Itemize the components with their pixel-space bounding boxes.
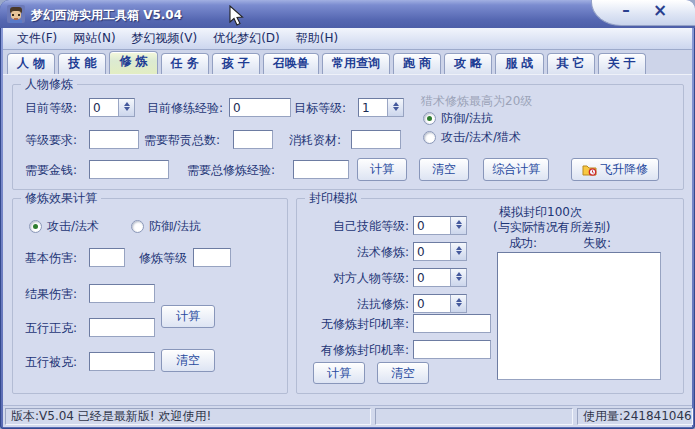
gang-points-input[interactable] bbox=[233, 130, 273, 149]
material-input[interactable] bbox=[351, 130, 401, 149]
title-bar[interactable]: 梦幻西游实用工具箱 V5.04 – × bbox=[0, 0, 695, 28]
sim-note: (与实际情况有所差别) bbox=[493, 220, 610, 234]
radio-effect-attack[interactable]: 攻击/法术 bbox=[29, 219, 99, 233]
magic-cultivation-label: 法术修炼: bbox=[301, 245, 409, 259]
no-cult-rate-label: 无修炼封印机率: bbox=[301, 317, 409, 331]
tab-strip: 人 物 技 能 修 炼 任 务 孩 子 召唤兽 常用查询 跑 商 攻 略 服 战… bbox=[3, 50, 692, 74]
sim-title: 模拟封印100次 bbox=[499, 205, 582, 219]
target-level-value: 1 bbox=[359, 99, 387, 116]
mouse-cursor bbox=[229, 5, 246, 29]
radio-defense-resist-label: 防御/法抗 bbox=[441, 111, 493, 125]
opponent-level-value: 0 bbox=[414, 269, 450, 286]
status-usage-panel: 使用量:241841046 bbox=[577, 408, 693, 425]
hunting-cultivation-hint: 猎术修炼最高为20级 bbox=[421, 94, 532, 108]
base-damage-input[interactable] bbox=[89, 248, 125, 267]
simulation-result-listbox[interactable] bbox=[497, 252, 661, 380]
tab-strategy[interactable]: 攻 略 bbox=[444, 53, 492, 74]
self-skill-spinner[interactable]: 0 bbox=[413, 216, 467, 235]
menu-item-optimize[interactable]: 优化梦幻(D) bbox=[205, 28, 288, 49]
close-button[interactable]: × bbox=[648, 1, 672, 21]
spinner-updown-icon[interactable] bbox=[118, 99, 134, 116]
spinner-updown-icon[interactable] bbox=[450, 269, 466, 286]
tab-skill[interactable]: 技 能 bbox=[58, 53, 106, 74]
combo-calc-button[interactable]: 综合计算 bbox=[483, 158, 549, 181]
effect-clear-button[interactable]: 清空 bbox=[161, 349, 215, 372]
tab-character[interactable]: 人 物 bbox=[7, 53, 55, 74]
current-exp-input[interactable] bbox=[229, 98, 291, 117]
tab-other[interactable]: 其 它 bbox=[547, 53, 595, 74]
group-effect-calc: 修炼效果计算 攻击/法术 防御/法抗 基本伤害: 修炼等级 结果伤害: 五行正克… bbox=[12, 198, 288, 394]
wuxing-weak-input[interactable] bbox=[89, 352, 155, 371]
cultivation-clear-button[interactable]: 清空 bbox=[419, 158, 469, 181]
radio-defense-resist-icon bbox=[423, 112, 436, 125]
tab-quest[interactable]: 任 务 bbox=[161, 53, 209, 74]
cultivation-level-input[interactable] bbox=[193, 248, 231, 267]
radio-effect-attack-label: 攻击/法术 bbox=[47, 219, 99, 233]
current-exp-label: 目前修练经验: bbox=[147, 101, 223, 115]
resist-cultivation-label: 法抗修炼: bbox=[301, 297, 409, 311]
ascend-reduce-label: 飞升降修 bbox=[600, 161, 648, 178]
current-level-spinner[interactable]: 0 bbox=[89, 98, 135, 117]
seal-clear-button[interactable]: 清空 bbox=[377, 362, 429, 384]
tab-cultivation[interactable]: 修 炼 bbox=[109, 51, 157, 74]
window-frame: 梦幻西游实用工具箱 V5.04 – × 文件(F) 网站(N) 梦幻视频(V) … bbox=[0, 0, 695, 429]
total-exp-label: 需要总修炼经验: bbox=[187, 163, 275, 177]
level-req-input[interactable] bbox=[89, 130, 139, 149]
spinner-updown-icon[interactable] bbox=[387, 99, 403, 116]
total-exp-input[interactable] bbox=[293, 160, 349, 179]
radio-effect-attack-icon bbox=[29, 220, 42, 233]
radio-attack-magic-hunt-label: 攻击/法术/猎术 bbox=[441, 130, 521, 144]
money-label: 需要金钱: bbox=[25, 163, 77, 177]
radio-attack-magic-hunt[interactable]: 攻击/法术/猎术 bbox=[423, 130, 521, 144]
effect-calc-button[interactable]: 计算 bbox=[161, 305, 215, 328]
status-bar: 版本:V5.04 已经是最新版! 欢迎使用! 使用量:241841046 bbox=[3, 405, 692, 427]
no-cult-rate-input[interactable] bbox=[413, 314, 491, 333]
tab-pet[interactable]: 召唤兽 bbox=[263, 53, 319, 74]
menu-item-help[interactable]: 帮助(H) bbox=[288, 28, 346, 49]
status-empty-panel bbox=[375, 408, 573, 425]
menu-item-video[interactable]: 梦幻视频(V) bbox=[124, 28, 206, 49]
radio-effect-defense-icon bbox=[131, 220, 144, 233]
success-label: 成功: bbox=[509, 236, 537, 250]
seal-calc-button[interactable]: 计算 bbox=[313, 362, 365, 384]
menu-item-file[interactable]: 文件(F) bbox=[9, 28, 65, 49]
magic-cultivation-value: 0 bbox=[414, 243, 450, 260]
group-character-cultivation: 人物修炼 目前等级: 0 目前修练经验: 目标等级: 1 猎术修炼最高为20级 … bbox=[12, 84, 684, 190]
cultivation-calc-button[interactable]: 计算 bbox=[357, 158, 407, 181]
with-cult-rate-input[interactable] bbox=[413, 340, 491, 359]
tab-common-query[interactable]: 常用查询 bbox=[322, 53, 390, 74]
tab-child[interactable]: 孩 子 bbox=[212, 53, 260, 74]
menu-item-website[interactable]: 网站(N) bbox=[65, 28, 123, 49]
opponent-level-spinner[interactable]: 0 bbox=[413, 268, 467, 287]
target-level-label: 目标等级: bbox=[294, 101, 346, 115]
radio-attack-magic-hunt-icon bbox=[423, 131, 436, 144]
magic-cultivation-spinner[interactable]: 0 bbox=[413, 242, 467, 261]
spinner-updown-icon[interactable] bbox=[450, 217, 466, 234]
with-cult-rate-label: 有修炼封印机率: bbox=[301, 343, 409, 357]
tab-about[interactable]: 关 于 bbox=[598, 53, 646, 74]
minimize-button[interactable]: – bbox=[614, 1, 638, 21]
radio-effect-defense[interactable]: 防御/法抗 bbox=[131, 219, 201, 233]
result-damage-input[interactable] bbox=[89, 284, 155, 303]
usage-text: 使用量:241841046 bbox=[583, 409, 692, 423]
opponent-level-label: 对方人物等级: bbox=[301, 271, 409, 285]
window-title: 梦幻西游实用工具箱 V5.04 bbox=[31, 7, 182, 24]
spinner-updown-icon[interactable] bbox=[450, 295, 466, 312]
level-req-label: 等级要求: bbox=[25, 133, 77, 147]
group-character-cultivation-title: 人物修炼 bbox=[21, 77, 77, 91]
wuxing-strong-input[interactable] bbox=[89, 318, 155, 337]
current-level-label: 目前等级: bbox=[25, 101, 77, 115]
spinner-updown-icon[interactable] bbox=[450, 243, 466, 260]
radio-defense-resist[interactable]: 防御/法抗 bbox=[423, 111, 493, 125]
group-effect-calc-title: 修炼效果计算 bbox=[21, 191, 101, 205]
tab-server-war[interactable]: 服 战 bbox=[495, 53, 543, 74]
money-input[interactable] bbox=[89, 160, 169, 179]
tab-trade[interactable]: 跑 商 bbox=[393, 53, 441, 74]
target-level-spinner[interactable]: 1 bbox=[358, 98, 404, 117]
fail-label: 失败: bbox=[583, 236, 611, 250]
resist-cultivation-spinner[interactable]: 0 bbox=[413, 294, 467, 313]
ascend-reduce-button[interactable]: 飞升降修 bbox=[571, 158, 659, 181]
cultivation-level-label: 修炼等级 bbox=[139, 251, 187, 265]
app-icon bbox=[7, 5, 25, 23]
current-level-value: 0 bbox=[90, 99, 118, 116]
